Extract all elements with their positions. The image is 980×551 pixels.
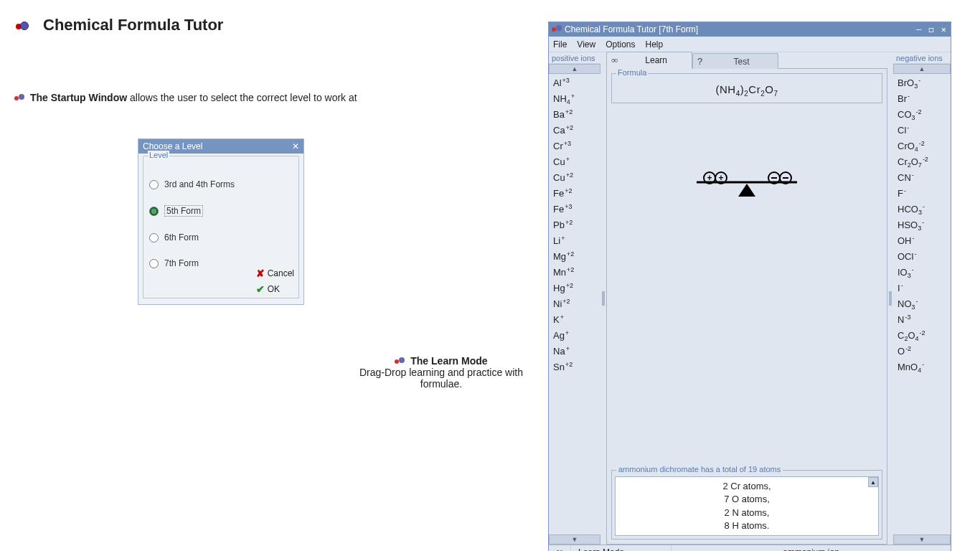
level-radio[interactable] [149,207,159,216]
app-title: Chemical Formula Tutor [7th Form] [565,24,698,34]
close-icon[interactable]: ✕ [941,24,948,34]
cancel-label: Cancel [268,268,294,278]
statusbar: ∞ Learn Mode ammonium ion [549,545,951,551]
level-option-label: 6th Form [164,232,199,242]
app-icon [552,25,562,34]
ion-item[interactable]: F- [895,186,949,202]
level-option-label: 3rd and 4th Forms [164,179,235,189]
ion-item[interactable]: IO3- [895,265,949,281]
balance-area[interactable]: + + [611,103,882,470]
level-option[interactable]: 7th Form [149,258,293,268]
tab-test[interactable]: ? Test [692,53,778,69]
atoms-list[interactable]: ▲ 2 Cr atoms, 7 O atoms, 2 N atoms, 8 H … [615,476,879,536]
startup-bold: The Startup Window [30,92,127,103]
close-icon[interactable]: ✕ [292,141,299,151]
app-titlebar[interactable]: Chemical Formula Tutor [7th Form] — ◻ ✕ [549,22,951,37]
atom-line: 7 O atoms, [620,493,874,506]
ion-item[interactable]: NH4+ [550,91,599,107]
ion-item[interactable]: HCO3- [895,202,949,217]
ion-item[interactable]: OH- [895,233,949,249]
ion-item[interactable]: Ca+2 [550,123,599,138]
ion-item[interactable]: Mg+2 [550,249,599,265]
splitter-right[interactable] [887,52,893,545]
maximize-icon[interactable]: ◻ [929,24,936,34]
ion-item[interactable]: OCl- [895,249,949,265]
scroll-up-button[interactable]: ▲ [868,477,878,487]
ion-item[interactable]: Ni+2 [550,296,599,312]
molecule-icon [395,357,405,366]
ion-item[interactable]: HSO3- [895,217,949,233]
cancel-button[interactable]: ✘ Cancel [256,268,294,279]
ion-item[interactable]: Li+ [550,233,599,249]
ion-item[interactable]: Na+ [550,344,599,359]
ion-item[interactable]: CN- [895,170,949,186]
ion-item[interactable]: NO3- [895,296,949,312]
minimize-icon[interactable]: — [916,24,923,34]
level-option-label: 7th Form [164,258,199,268]
ion-item[interactable]: Br- [895,91,949,107]
ion-item[interactable]: Mn+2 [550,265,599,281]
ion-item[interactable]: Ba+2 [550,107,599,123]
ok-button[interactable]: ✔ OK [256,283,294,295]
ion-item[interactable]: I- [895,281,949,296]
ion-item[interactable]: CrO4-2 [895,138,949,154]
ion-item[interactable]: Cu+ [550,154,599,170]
ion-item[interactable]: Cr+3 [550,138,599,154]
ion-item[interactable]: N-3 [895,312,949,328]
balance-scale-icon: + + [689,168,804,204]
page-title: Chemical Formula Tutor [43,16,223,34]
atom-line: 2 Cr atoms, [620,480,874,493]
level-option[interactable]: 3rd and 4th Forms [149,179,293,189]
negative-ions-list: BrO3-Br-CO3-2Cl-CrO4-2Cr2O7-2CN-F-HCO3-H… [893,74,951,534]
ion-item[interactable]: CO3-2 [895,107,949,123]
level-groupbox: Level 3rd and 4th Forms5th Form6th Form7… [143,156,299,298]
menu-options[interactable]: Options [606,39,635,50]
level-option[interactable]: 5th Form [149,205,293,217]
ion-item[interactable]: Sn+2 [550,359,599,375]
level-radio[interactable] [149,233,159,242]
level-radio[interactable] [149,180,159,189]
ion-item[interactable]: Fe+3 [550,202,599,217]
ion-item[interactable]: Hg+2 [550,281,599,296]
ion-item[interactable]: Cl- [895,123,949,138]
ion-item[interactable]: BrO3- [895,75,949,91]
ion-item[interactable]: Ag+ [550,328,599,344]
ion-item[interactable]: Al+3 [550,75,599,91]
scroll-down-button[interactable]: ▼ [893,534,951,545]
choose-level-dialog: Choose a Level ✕ Level 3rd and 4th Forms… [138,138,304,305]
menu-file[interactable]: File [553,39,567,50]
ion-item[interactable]: C2O4-2 [895,328,949,344]
atom-line: 8 H atoms. [620,519,874,532]
menu-help[interactable]: Help [646,39,664,50]
tab-learn-label: Learn [645,55,667,65]
learn-mode-sub: Drag-Drop learning and practice with for… [359,367,523,390]
startup-description: The Startup Window allows the user to se… [14,92,357,103]
ion-item[interactable]: O-2 [895,344,949,359]
scroll-up-button[interactable]: ▲ [893,64,951,74]
tab-learn[interactable]: ∞ Learn [606,52,692,69]
formula-legend: Formula [616,68,648,77]
scroll-up-button[interactable]: ▲ [549,64,600,74]
formula-value: (NH4)2Cr2O7 [716,83,778,95]
level-option-label: 5th Form [164,205,203,217]
splitter-left[interactable] [600,52,606,545]
learn-mode-title: The Learn Mode [410,355,487,367]
ion-item[interactable]: MnO4- [895,359,949,375]
scroll-down-button[interactable]: ▼ [549,534,600,545]
ion-item[interactable]: K+ [550,312,599,328]
atoms-groupbox: ammonium dichromate has a total of 19 at… [611,470,882,540]
tabs: ∞ Learn ? Test [606,52,887,68]
menubar: File View Options Help [549,37,951,52]
svg-marker-1 [738,184,755,197]
infinity-icon: ∞ [556,547,563,552]
level-radio[interactable] [149,259,159,268]
ion-item[interactable]: Pb+2 [550,217,599,233]
ion-item[interactable]: Cr2O7-2 [895,154,949,170]
level-option[interactable]: 6th Form [149,232,293,242]
ion-item[interactable]: Fe+2 [550,186,599,202]
menu-view[interactable]: View [577,39,595,50]
learn-mode-caption: The Learn Mode Drag-Drop learning and pr… [341,355,542,390]
ion-item[interactable]: Cu+2 [550,170,599,186]
negative-ions-header: negative ions [893,52,951,64]
tab-test-label: Test [734,57,750,67]
